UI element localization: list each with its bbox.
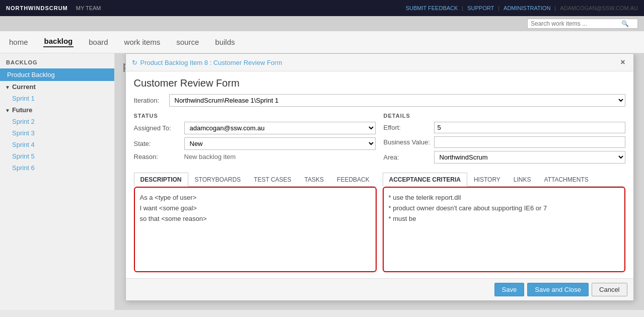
modal-breadcrumb: Product Backlog Item 8 : Customer Review…: [140, 59, 282, 66]
nav-work-items[interactable]: work items: [123, 38, 162, 46]
left-tabs: DESCRIPTION STORYBOARDS TEST CASES TASKS…: [134, 173, 377, 187]
sidebar-group-current[interactable]: ▼Current: [0, 81, 114, 93]
user-email: ADAMCOGAN@SSW.COM.AU: [560, 5, 638, 11]
administration-link[interactable]: ADMINISTRATION: [504, 5, 550, 11]
team-label: MY TEAM: [76, 5, 101, 11]
sidebar-item-sprint3[interactable]: Sprint 3: [0, 127, 114, 139]
reason-row: Reason: New backlog item: [134, 153, 376, 161]
nav-backlog[interactable]: backlog: [43, 37, 74, 47]
nav-board[interactable]: board: [88, 38, 109, 46]
right-tab-section: ACCEPTANCE CRITERIA HISTORY LINKS ATTACH…: [383, 173, 625, 272]
sidebar-item-sprint4[interactable]: Sprint 4: [0, 139, 114, 150]
topbar-left: NORTHWINDSCRUM MY TEAM: [6, 5, 101, 11]
status-section-title: STATUS: [134, 113, 376, 119]
topbar: NORTHWINDSCRUM MY TEAM SUBMIT FEEDBACK |…: [0, 0, 644, 16]
tab-content-area: DESCRIPTION STORYBOARDS TEST CASES TASKS…: [134, 173, 625, 272]
state-row: State: New: [134, 137, 376, 150]
brand-label: NORTHWINDSCRUM: [6, 5, 68, 11]
topbar-right: SUBMIT FEEDBACK | SUPPORT | ADMINISTRATI…: [406, 5, 638, 11]
submit-feedback-link[interactable]: SUBMIT FEEDBACK: [406, 5, 458, 11]
effort-value: [434, 122, 625, 133]
left-tab-section: DESCRIPTION STORYBOARDS TEST CASES TASKS…: [134, 173, 377, 272]
modal-header-left: ↻ Product Backlog Item 8 : Customer Revi…: [132, 59, 282, 66]
state-value: New: [184, 137, 376, 150]
acceptance-line2: * product owner doesn't care about suppo…: [389, 203, 619, 214]
tab-links[interactable]: LINKS: [507, 173, 538, 187]
business-value-value: [434, 136, 625, 148]
nav-home[interactable]: home: [8, 38, 29, 46]
reason-label: Reason:: [134, 153, 184, 161]
triangle-icon-future: ▼: [5, 108, 10, 113]
search-input[interactable]: [531, 20, 621, 27]
sidebar-item-sprint2[interactable]: Sprint 2: [0, 116, 114, 127]
acceptance-line3: * must be: [389, 214, 619, 224]
iteration-select[interactable]: NorthwindScrum\Release 1\Sprint 1: [169, 94, 625, 107]
effort-row: Effort:: [384, 122, 625, 133]
iteration-row: Iteration: NorthwindScrum\Release 1\Spri…: [134, 94, 625, 107]
business-value-row: Business Value:: [384, 136, 625, 148]
save-close-button[interactable]: Save and Close: [527, 283, 589, 296]
triangle-icon: ▼: [5, 85, 10, 90]
state-label: State:: [134, 140, 184, 147]
sidebar-group-future[interactable]: ▼Future: [0, 104, 114, 116]
sidebar-item-sprint6[interactable]: Sprint 6: [0, 162, 114, 174]
modal-header: ↻ Product Backlog Item 8 : Customer Revi…: [126, 54, 633, 71]
modal-title: Customer Review Form: [134, 77, 625, 89]
tab-feedback[interactable]: FEEDBACK: [330, 173, 376, 187]
assigned-to-select[interactable]: adamcogan@ssw.com.au: [184, 122, 376, 134]
acceptance-criteria-box[interactable]: * use the telerik report.dll * product o…: [383, 187, 625, 272]
area-select[interactable]: NorthwindScrum: [434, 151, 625, 164]
nav-builds[interactable]: builds: [214, 38, 236, 46]
page-main: product backlog ↻ Product Backlog Item 8…: [115, 53, 644, 310]
effort-input[interactable]: [434, 122, 625, 133]
nav-source[interactable]: source: [175, 38, 200, 46]
modal-overlay: ↻ Product Backlog Item 8 : Customer Revi…: [115, 53, 644, 310]
form-col-status: STATUS Assigned To: adamcogan@ssw.com.au: [134, 113, 376, 167]
save-button[interactable]: Save: [494, 283, 525, 296]
sidebar: BACKLOG Product Backlog ▼Current Sprint …: [0, 53, 115, 310]
sidebar-item-sprint1[interactable]: Sprint 1: [0, 93, 114, 104]
form-columns: STATUS Assigned To: adamcogan@ssw.com.au: [134, 113, 625, 167]
modal: ↻ Product Backlog Item 8 : Customer Revi…: [125, 53, 634, 301]
business-value-label: Business Value:: [384, 138, 434, 146]
details-section-title: DETAILS: [384, 113, 625, 119]
state-select[interactable]: New: [184, 137, 376, 150]
effort-label: Effort:: [384, 124, 434, 131]
business-value-input[interactable]: [434, 136, 625, 148]
assigned-to-label: Assigned To:: [134, 124, 184, 132]
tab-acceptance-criteria[interactable]: ACCEPTANCE CRITERIA: [383, 173, 467, 187]
form-col-details: DETAILS Effort: Business Value:: [384, 113, 625, 167]
tab-test-cases[interactable]: TEST CASES: [247, 173, 298, 187]
description-line3: so that <some reason>: [140, 214, 371, 224]
sidebar-item-product-backlog[interactable]: Product Backlog: [0, 68, 114, 81]
search-icon: 🔍: [621, 20, 629, 27]
search-wrap: 🔍: [527, 19, 638, 29]
area-row: Area: NorthwindScrum: [384, 151, 625, 164]
reason-static: New backlog item: [184, 151, 236, 162]
description-line2: I want <some goal>: [140, 203, 371, 214]
tab-tasks[interactable]: TASKS: [298, 173, 330, 187]
tab-storyboards[interactable]: STORYBOARDS: [188, 173, 248, 187]
modal-body: Customer Review Form Iteration: Northwin…: [126, 71, 633, 278]
description-box[interactable]: As a <type of user> I want <some goal> s…: [134, 187, 377, 272]
page: BACKLOG Product Backlog ▼Current Sprint …: [0, 53, 644, 310]
acceptance-line1: * use the telerik report.dll: [389, 193, 619, 203]
tab-description[interactable]: DESCRIPTION: [134, 173, 188, 187]
modal-close-button[interactable]: ×: [618, 58, 627, 67]
tab-history[interactable]: HISTORY: [467, 173, 507, 187]
sidebar-section-title: BACKLOG: [0, 57, 114, 68]
assigned-to-value: adamcogan@ssw.com.au: [184, 122, 376, 134]
support-link[interactable]: SUPPORT: [467, 5, 494, 11]
sidebar-item-sprint5[interactable]: Sprint 5: [0, 150, 114, 162]
tab-attachments[interactable]: ATTACHMENTS: [538, 173, 595, 187]
cancel-button[interactable]: Cancel: [592, 283, 627, 296]
area-label: Area:: [384, 153, 434, 161]
iteration-label: Iteration:: [134, 97, 169, 104]
area-value: NorthwindScrum: [434, 151, 625, 164]
modal-footer: Save Save and Close Cancel: [126, 278, 633, 300]
right-tabs: ACCEPTANCE CRITERIA HISTORY LINKS ATTACH…: [383, 173, 625, 187]
searchbar: 🔍: [0, 16, 644, 31]
description-line1: As a <type of user>: [140, 193, 371, 203]
assigned-to-row: Assigned To: adamcogan@ssw.com.au: [134, 122, 376, 134]
refresh-icon: ↻: [132, 59, 137, 66]
